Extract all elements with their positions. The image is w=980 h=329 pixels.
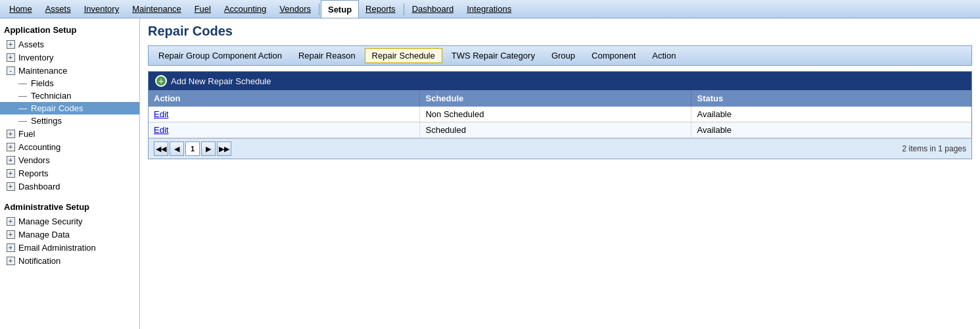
cell-action-1: Edit [149,122,420,138]
sidebar-item-inventory[interactable]: + Inventory [0,51,139,64]
sidebar-item-reports[interactable]: + Reports [0,166,139,180]
page-prev-btn[interactable]: ◀ [170,141,184,156]
sidebar-subitem-settings[interactable]: — Settings [0,114,139,127]
nav-item-accounting[interactable]: Accounting [218,0,273,18]
col-header-action: Action [149,90,420,107]
nav-item-assets[interactable]: Assets [39,0,78,18]
tab-component[interactable]: Component [584,48,643,63]
repair-schedule-table: Action Schedule Status Edit Non Schedule… [149,90,971,138]
expand-icon-email-admin: + [5,242,16,253]
sidebar-item-dashboard[interactable]: + Dashboard [0,180,139,193]
page-current-btn[interactable]: 1 [185,141,200,156]
nav-item-home[interactable]: Home [3,0,39,18]
tab-action[interactable]: Action [645,48,683,63]
tab-tws-repair-category[interactable]: TWS Repair Category [444,48,542,63]
nav-item-setup[interactable]: Setup [321,0,359,18]
admin-setup-title: Administrative Setup [0,198,139,215]
cell-action-0: Edit [149,107,420,122]
edit-link-1[interactable]: Edit [154,125,168,135]
tab-repair-reason[interactable]: Repair Reason [291,48,363,63]
tabs-bar: Repair Group Component Action Repair Rea… [148,45,972,66]
table-row: Edit Scheduled Available [149,122,971,138]
expand-icon-accounting: + [5,141,16,152]
cell-schedule-1: Scheduled [420,122,691,138]
tab-repair-schedule[interactable]: Repair Schedule [365,48,442,63]
sidebar-item-maintenance[interactable]: - Maintenance [0,64,139,77]
add-new-button[interactable]: + Add New Repair Schedule [149,72,971,90]
page-first-btn[interactable]: ◀◀ [154,141,168,156]
tab-repair-group-component-action[interactable]: Repair Group Component Action [151,48,289,63]
nav-item-fuel[interactable]: Fuel [188,0,218,18]
page-next-btn[interactable]: ▶ [201,141,216,156]
top-navigation: HomeAssetsInventoryMaintenanceFuelAccoun… [0,0,980,18]
page-last-btn[interactable]: ▶▶ [217,141,231,156]
col-header-status: Status [691,90,971,107]
nav-item-maintenance[interactable]: Maintenance [126,0,187,18]
expand-icon-inventory: + [5,52,16,63]
sidebar-subitem-fields[interactable]: — Fields [0,77,139,89]
sidebar-item-accounting[interactable]: + Accounting [0,140,139,153]
expand-icon-assets: + [5,39,16,49]
nav-item-inventory[interactable]: Inventory [78,0,126,18]
nav-item-dashboard[interactable]: Dashboard [406,0,461,18]
nav-item-reports[interactable]: Reports [359,0,402,18]
sidebar: Application Setup + Assets + Inventory -… [0,18,140,329]
plus-circle-icon: + [155,75,167,87]
pagination-info: 2 items in 1 pages [902,144,966,153]
table-row: Edit Non Scheduled Available [149,107,971,122]
add-button-label: Add New Repair Schedule [171,76,271,86]
sidebar-subitem-technician[interactable]: — Technician [0,89,139,102]
cell-status-1: Available [691,122,971,138]
expand-icon-manage-security: + [5,216,16,226]
sidebar-item-manage-data[interactable]: + Manage Data [0,228,139,241]
expand-icon-manage-data: + [5,229,16,240]
expand-icon-vendors: + [5,155,16,165]
tab-group[interactable]: Group [544,48,582,63]
sidebar-subitem-repair-codes[interactable]: — Repair Codes [0,102,139,114]
sidebar-item-fuel[interactable]: + Fuel [0,127,139,140]
expand-icon-fuel: + [5,128,16,139]
app-setup-title: Application Setup [0,21,139,38]
nav-item-vendors[interactable]: Vendors [273,0,317,18]
expand-icon-maintenance: - [5,65,16,76]
col-header-schedule: Schedule [420,90,691,107]
sidebar-item-email-admin[interactable]: + Email Administration [0,241,139,254]
sidebar-item-vendors[interactable]: + Vendors [0,153,139,166]
expand-icon-dashboard: + [5,181,16,191]
cell-status-0: Available [691,107,971,122]
sidebar-item-notification[interactable]: + Notification [0,254,139,267]
pagination-row: ◀◀ ◀ 1 ▶ ▶▶ 2 items in 1 pages [149,138,971,159]
expand-icon-notification: + [5,255,16,266]
page-title: Repair Codes [148,24,972,39]
pagination-controls: ◀◀ ◀ 1 ▶ ▶▶ [154,141,231,156]
nav-item-integrations[interactable]: Integrations [460,0,518,18]
main-content: Repair Codes Repair Group Component Acti… [140,18,980,329]
expand-icon-reports: + [5,168,16,178]
sidebar-item-manage-security[interactable]: + Manage Security [0,215,139,228]
edit-link-0[interactable]: Edit [154,109,168,119]
table-container: + Add New Repair Schedule Action Schedul… [148,71,972,159]
cell-schedule-0: Non Scheduled [420,107,691,122]
sidebar-item-assets[interactable]: + Assets [0,38,139,51]
